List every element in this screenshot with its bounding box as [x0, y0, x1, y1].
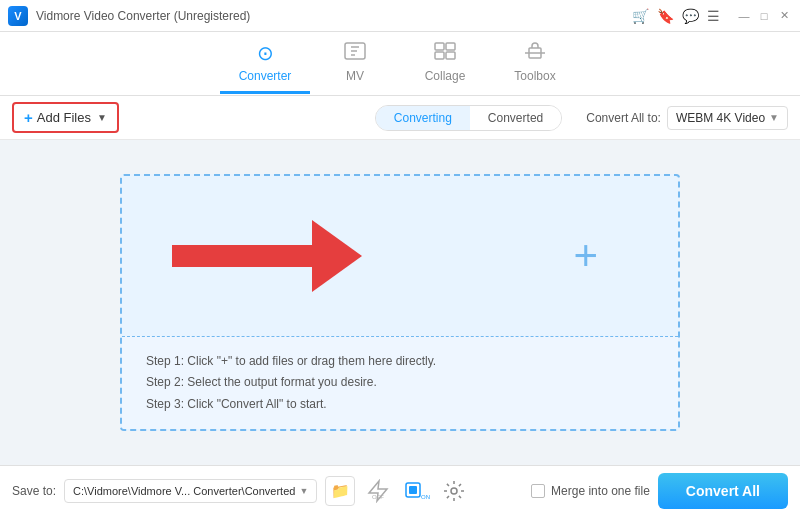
drop-zone-top: +: [122, 176, 678, 336]
mv-icon: [344, 42, 366, 65]
tab-toolbox[interactable]: Toolbox: [490, 34, 580, 94]
main-content: + Step 1: Click "+" to add files or drag…: [0, 140, 800, 465]
bottom-bar: Save to: C:\Vidmore\Vidmore V... Convert…: [0, 465, 800, 515]
tab-collage[interactable]: Collage: [400, 34, 490, 94]
nav-tabs: ⊙ Converter MV Collage: [0, 32, 800, 96]
converting-tab[interactable]: Converting: [376, 106, 470, 130]
folder-icon: 📁: [331, 482, 350, 500]
svg-rect-9: [409, 486, 417, 494]
svg-text:ON: ON: [421, 494, 430, 500]
converted-tab[interactable]: Converted: [470, 106, 561, 130]
menu-icon[interactable]: ☰: [707, 8, 720, 24]
maximize-button[interactable]: □: [756, 8, 772, 24]
convert-all-button[interactable]: Convert All: [658, 473, 788, 509]
cart-icon[interactable]: 🛒: [632, 8, 649, 24]
speed-tool-button[interactable]: OFF: [363, 476, 393, 506]
merge-checkbox[interactable]: [531, 484, 545, 498]
toolbox-icon: [524, 42, 546, 65]
convert-all-to-area: Convert All to: WEBM 4K Video ▼: [586, 106, 788, 130]
save-path-text: C:\Vidmore\Vidmore V... Converter\Conver…: [73, 485, 295, 497]
drop-zone[interactable]: + Step 1: Click "+" to add files or drag…: [120, 174, 680, 432]
title-bar: V Vidmore Video Converter (Unregistered)…: [0, 0, 800, 32]
minimize-button[interactable]: —: [736, 8, 752, 24]
converter-icon: ⊙: [257, 41, 274, 65]
convert-all-to-select[interactable]: WEBM 4K Video ▼: [667, 106, 788, 130]
select-arrow-icon: ▼: [769, 112, 779, 123]
bookmark-icon[interactable]: 🔖: [657, 8, 674, 24]
convert-all-to-label: Convert All to:: [586, 111, 661, 125]
window-controls: — □ ✕: [736, 8, 792, 24]
add-files-button[interactable]: + Add Files ▼: [12, 102, 119, 133]
save-path-select[interactable]: C:\Vidmore\Vidmore V... Converter\Conver…: [64, 479, 317, 503]
settings-icon: [442, 479, 466, 503]
svg-point-11: [451, 488, 457, 494]
toolbar: + Add Files ▼ Converting Converted Conve…: [0, 96, 800, 140]
converting-tabs: Converting Converted: [375, 105, 562, 131]
speed-icon: OFF: [366, 479, 390, 503]
plus-icon: +: [24, 109, 33, 126]
svg-rect-1: [435, 43, 444, 50]
svg-rect-2: [446, 43, 455, 50]
open-folder-button[interactable]: 📁: [325, 476, 355, 506]
tab-mv[interactable]: MV: [310, 34, 400, 94]
save-to-label: Save to:: [12, 484, 56, 498]
svg-rect-3: [435, 52, 444, 59]
arrow-graphic: [172, 220, 362, 292]
convert-all-to-value: WEBM 4K Video: [676, 111, 765, 125]
merge-label: Merge into one file: [551, 484, 650, 498]
chat-icon[interactable]: 💬: [682, 8, 699, 24]
arrow-head: [312, 220, 362, 292]
step-3: Step 3: Click "Convert All" to start.: [146, 394, 654, 416]
merge-checkbox-area: Merge into one file: [531, 484, 650, 498]
dropdown-arrow-icon: ▼: [97, 112, 107, 123]
accel-icon: ON: [402, 479, 430, 503]
svg-text:OFF: OFF: [372, 494, 384, 500]
path-dropdown-icon: ▼: [299, 486, 308, 496]
drop-zone-instructions: Step 1: Click "+" to add files or drag t…: [122, 336, 678, 430]
step-1: Step 1: Click "+" to add files or drag t…: [146, 351, 654, 373]
tab-converter[interactable]: ⊙ Converter: [220, 34, 310, 94]
arrow-body: [172, 245, 312, 267]
step-2: Step 2: Select the output format you des…: [146, 372, 654, 394]
settings-button[interactable]: [439, 476, 469, 506]
tray-icons: 🛒 🔖 💬 ☰: [632, 8, 720, 24]
close-button[interactable]: ✕: [776, 8, 792, 24]
collage-icon: [434, 42, 456, 65]
app-title: Vidmore Video Converter (Unregistered): [36, 9, 632, 23]
svg-rect-4: [446, 52, 455, 59]
drop-plus-icon: +: [573, 232, 598, 280]
hardware-accel-button[interactable]: ON: [401, 476, 431, 506]
app-logo: V: [8, 6, 28, 26]
